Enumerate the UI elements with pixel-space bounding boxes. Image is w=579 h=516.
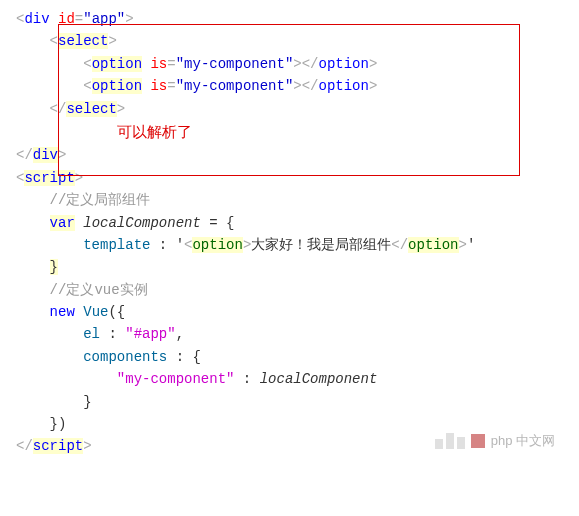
- code-line: new Vue({: [16, 301, 563, 323]
- code-line: var localComponent = {: [16, 212, 563, 234]
- watermark: php 中文网: [435, 431, 555, 452]
- code-line: </div>: [16, 144, 563, 166]
- code-line: }: [16, 391, 563, 413]
- code-line: "my-component" : localComponent: [16, 368, 563, 390]
- code-line: <select>: [16, 30, 563, 52]
- code-line: components : {: [16, 346, 563, 368]
- code-line: <option is="my-component"></option>: [16, 53, 563, 75]
- code-block: <div id="app"> <select> <option is="my-c…: [16, 8, 563, 458]
- annotation: 可以解析了: [16, 120, 563, 144]
- code-line: <div id="app">: [16, 8, 563, 30]
- code-line: </select>: [16, 98, 563, 120]
- code-line: template : '<option>大家好！我是局部组件</option>': [16, 234, 563, 256]
- code-line: <script>: [16, 167, 563, 189]
- code-line: <option is="my-component"></option>: [16, 75, 563, 97]
- code-line: //定义局部组件: [16, 189, 563, 211]
- watermark-text: php 中文网: [491, 431, 555, 452]
- code-line: //定义vue实例: [16, 279, 563, 301]
- code-line: el : "#app",: [16, 323, 563, 345]
- code-line: }: [16, 256, 563, 278]
